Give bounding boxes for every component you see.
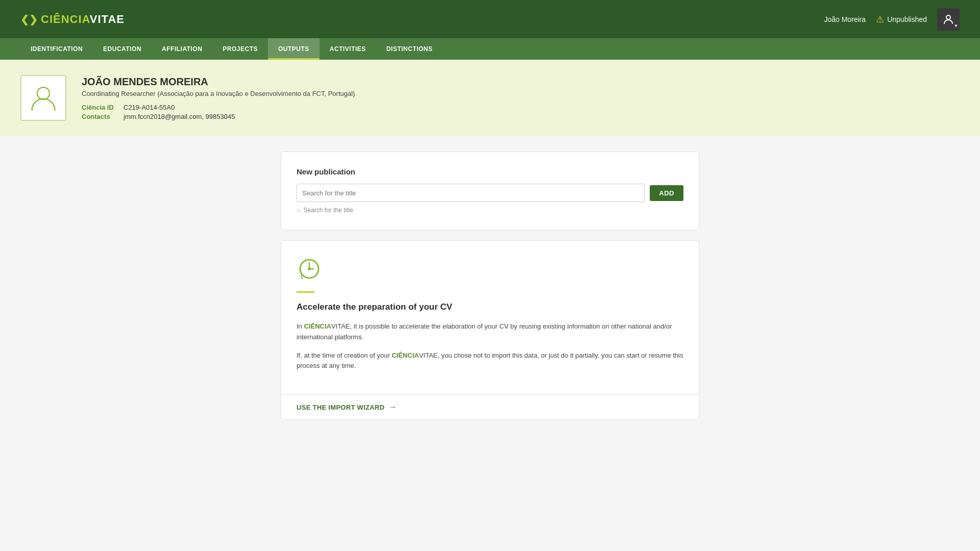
clock-icon-container (297, 256, 683, 284)
sidebar-item-distinctions[interactable]: DISTINCTIONS (376, 38, 443, 60)
brand-vitae-2: VITAE (419, 352, 438, 359)
svg-point-0 (946, 15, 950, 19)
sidebar-item-projects[interactable]: PROJECTS (212, 38, 268, 60)
publication-input-row: ADD (297, 184, 683, 202)
clock-icon (297, 256, 322, 282)
contacts-row: Contacts jmm.fccn2018@gmail.com, 9985304… (82, 113, 960, 120)
logo: ❮❯ CIÊNCIAVITAE (20, 13, 125, 26)
search-hint: ○ Search for the title (297, 206, 683, 214)
sidebar-item-activities[interactable]: ACTIVITIES (320, 38, 376, 60)
logo-arrows-icon: ❮❯ (20, 13, 38, 26)
brand-ciencia-1: CIÊNCIA (304, 322, 331, 330)
new-publication-card-body: New publication ADD ○ Search for the tit… (281, 152, 699, 230)
accent-line (297, 291, 314, 293)
logo-ciencia: CIÊNCIAVITAE (41, 13, 125, 26)
arrow-right-icon: → (388, 403, 397, 412)
profile-avatar (20, 75, 66, 121)
add-publication-button[interactable]: ADD (650, 185, 683, 201)
sidebar-item-outputs[interactable]: OUTPUTS (268, 38, 320, 60)
svg-point-1 (37, 87, 50, 99)
import-card-footer: USE THE IMPORT WIZARD → (281, 394, 699, 419)
header: ❮❯ CIÊNCIAVITAE João Moreira ⚠ Unpublish… (0, 0, 980, 38)
unpublished-badge: ⚠ Unpublished (876, 14, 927, 25)
import-paragraph-1: In CIÊNCIAVITAE, it is possible to accel… (297, 321, 683, 343)
avatar-icon (942, 13, 954, 26)
import-card-body: Accelerate the preparation of your CV In… (281, 241, 699, 394)
ciencia-id-label: Ciência ID (82, 104, 117, 111)
sidebar-item-affiliation[interactable]: AFFILIATION (152, 38, 212, 60)
search-hint-icon: ○ (297, 206, 301, 214)
sidebar-item-education[interactable]: EDUCATION (93, 38, 152, 60)
profile-section: JOÃO MENDES MOREIRA Coordinating Researc… (0, 60, 980, 136)
import-paragraph-2: If, at the time of creation of your CIÊN… (297, 350, 683, 372)
new-publication-title: New publication (297, 167, 683, 176)
profile-details: Ciência ID C219-A014-55A0 Contacts jmm.f… (82, 104, 960, 120)
import-wizard-link-label: USE THE IMPORT WIZARD (297, 404, 384, 411)
import-wizard-link[interactable]: USE THE IMPORT WIZARD → (297, 403, 683, 412)
avatar-button[interactable]: ▼ (937, 8, 960, 31)
ciencia-id-value: C219-A014-55A0 (124, 104, 175, 111)
brand-vitae-1: VITAE (331, 322, 350, 330)
import-wizard-card: Accelerate the preparation of your CV In… (281, 240, 699, 420)
profile-avatar-icon (28, 83, 59, 113)
search-hint-text: Search for the title (303, 207, 353, 214)
navigation: IDENTIFICATION EDUCATION AFFILIATION PRO… (0, 38, 980, 60)
main-content: New publication ADD ○ Search for the tit… (260, 152, 720, 420)
contacts-value: jmm.fccn2018@gmail.com, 99853045 (124, 113, 235, 120)
header-right: João Moreira ⚠ Unpublished ▼ (824, 8, 960, 31)
new-publication-card: New publication ADD ○ Search for the tit… (281, 152, 699, 230)
user-name: João Moreira (824, 15, 866, 23)
ciencia-id-row: Ciência ID C219-A014-55A0 (82, 104, 960, 111)
sidebar-item-identification[interactable]: IDENTIFICATION (20, 38, 93, 60)
profile-info: JOÃO MENDES MOREIRA Coordinating Researc… (82, 76, 960, 120)
unpublished-label: Unpublished (887, 15, 927, 23)
publication-search-input[interactable] (297, 184, 645, 202)
import-title: Accelerate the preparation of your CV (297, 302, 683, 312)
avatar-dropdown-arrow-icon: ▼ (953, 23, 959, 29)
profile-title: Coordinating Researcher (Associação para… (82, 90, 960, 97)
contacts-label: Contacts (82, 113, 117, 120)
brand-ciencia-2: CIÊNCIA (391, 352, 419, 359)
profile-name: JOÃO MENDES MOREIRA (82, 76, 960, 88)
warning-icon: ⚠ (876, 14, 884, 25)
